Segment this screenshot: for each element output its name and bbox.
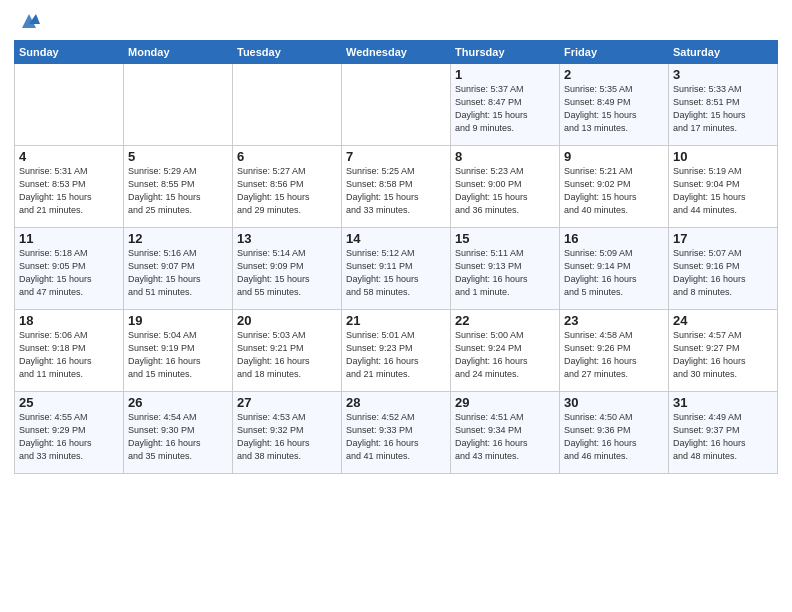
day-number: 7: [346, 149, 446, 164]
weekday-saturday: Saturday: [669, 41, 778, 64]
day-cell: 29Sunrise: 4:51 AM Sunset: 9:34 PM Dayli…: [451, 392, 560, 474]
day-cell: 31Sunrise: 4:49 AM Sunset: 9:37 PM Dayli…: [669, 392, 778, 474]
calendar-container: SundayMondayTuesdayWednesdayThursdayFrid…: [0, 0, 792, 484]
day-cell: 12Sunrise: 5:16 AM Sunset: 9:07 PM Dayli…: [124, 228, 233, 310]
day-number: 16: [564, 231, 664, 246]
day-number: 28: [346, 395, 446, 410]
day-number: 14: [346, 231, 446, 246]
day-info: Sunrise: 4:53 AM Sunset: 9:32 PM Dayligh…: [237, 411, 337, 463]
day-info: Sunrise: 5:09 AM Sunset: 9:14 PM Dayligh…: [564, 247, 664, 299]
day-info: Sunrise: 5:16 AM Sunset: 9:07 PM Dayligh…: [128, 247, 228, 299]
day-number: 11: [19, 231, 119, 246]
day-number: 8: [455, 149, 555, 164]
day-cell: 15Sunrise: 5:11 AM Sunset: 9:13 PM Dayli…: [451, 228, 560, 310]
day-info: Sunrise: 5:14 AM Sunset: 9:09 PM Dayligh…: [237, 247, 337, 299]
day-info: Sunrise: 5:07 AM Sunset: 9:16 PM Dayligh…: [673, 247, 773, 299]
day-cell: [342, 64, 451, 146]
day-number: 30: [564, 395, 664, 410]
day-number: 20: [237, 313, 337, 328]
day-number: 27: [237, 395, 337, 410]
day-cell: 6Sunrise: 5:27 AM Sunset: 8:56 PM Daylig…: [233, 146, 342, 228]
day-cell: 8Sunrise: 5:23 AM Sunset: 9:00 PM Daylig…: [451, 146, 560, 228]
day-info: Sunrise: 4:52 AM Sunset: 9:33 PM Dayligh…: [346, 411, 446, 463]
day-number: 6: [237, 149, 337, 164]
day-cell: 30Sunrise: 4:50 AM Sunset: 9:36 PM Dayli…: [560, 392, 669, 474]
weekday-header-row: SundayMondayTuesdayWednesdayThursdayFrid…: [15, 41, 778, 64]
day-info: Sunrise: 4:51 AM Sunset: 9:34 PM Dayligh…: [455, 411, 555, 463]
day-cell: 1Sunrise: 5:37 AM Sunset: 8:47 PM Daylig…: [451, 64, 560, 146]
day-info: Sunrise: 5:11 AM Sunset: 9:13 PM Dayligh…: [455, 247, 555, 299]
day-info: Sunrise: 5:37 AM Sunset: 8:47 PM Dayligh…: [455, 83, 555, 135]
day-info: Sunrise: 5:27 AM Sunset: 8:56 PM Dayligh…: [237, 165, 337, 217]
day-number: 22: [455, 313, 555, 328]
weekday-monday: Monday: [124, 41, 233, 64]
day-number: 10: [673, 149, 773, 164]
day-cell: 5Sunrise: 5:29 AM Sunset: 8:55 PM Daylig…: [124, 146, 233, 228]
weekday-sunday: Sunday: [15, 41, 124, 64]
day-cell: 3Sunrise: 5:33 AM Sunset: 8:51 PM Daylig…: [669, 64, 778, 146]
day-number: 25: [19, 395, 119, 410]
day-info: Sunrise: 5:18 AM Sunset: 9:05 PM Dayligh…: [19, 247, 119, 299]
day-info: Sunrise: 5:00 AM Sunset: 9:24 PM Dayligh…: [455, 329, 555, 381]
day-number: 26: [128, 395, 228, 410]
day-cell: 9Sunrise: 5:21 AM Sunset: 9:02 PM Daylig…: [560, 146, 669, 228]
day-number: 12: [128, 231, 228, 246]
day-cell: 26Sunrise: 4:54 AM Sunset: 9:30 PM Dayli…: [124, 392, 233, 474]
day-cell: [124, 64, 233, 146]
day-info: Sunrise: 5:19 AM Sunset: 9:04 PM Dayligh…: [673, 165, 773, 217]
day-info: Sunrise: 5:31 AM Sunset: 8:53 PM Dayligh…: [19, 165, 119, 217]
day-number: 5: [128, 149, 228, 164]
day-number: 1: [455, 67, 555, 82]
week-row-1: 1Sunrise: 5:37 AM Sunset: 8:47 PM Daylig…: [15, 64, 778, 146]
day-cell: 2Sunrise: 5:35 AM Sunset: 8:49 PM Daylig…: [560, 64, 669, 146]
day-cell: 18Sunrise: 5:06 AM Sunset: 9:18 PM Dayli…: [15, 310, 124, 392]
day-cell: 13Sunrise: 5:14 AM Sunset: 9:09 PM Dayli…: [233, 228, 342, 310]
day-info: Sunrise: 5:04 AM Sunset: 9:19 PM Dayligh…: [128, 329, 228, 381]
logo-icon: [18, 10, 40, 32]
day-cell: 19Sunrise: 5:04 AM Sunset: 9:19 PM Dayli…: [124, 310, 233, 392]
day-number: 21: [346, 313, 446, 328]
day-info: Sunrise: 5:25 AM Sunset: 8:58 PM Dayligh…: [346, 165, 446, 217]
day-number: 17: [673, 231, 773, 246]
day-number: 9: [564, 149, 664, 164]
day-cell: 22Sunrise: 5:00 AM Sunset: 9:24 PM Dayli…: [451, 310, 560, 392]
week-row-4: 18Sunrise: 5:06 AM Sunset: 9:18 PM Dayli…: [15, 310, 778, 392]
day-cell: 24Sunrise: 4:57 AM Sunset: 9:27 PM Dayli…: [669, 310, 778, 392]
weekday-friday: Friday: [560, 41, 669, 64]
calendar-table: SundayMondayTuesdayWednesdayThursdayFrid…: [14, 40, 778, 474]
day-info: Sunrise: 5:01 AM Sunset: 9:23 PM Dayligh…: [346, 329, 446, 381]
day-number: 29: [455, 395, 555, 410]
day-cell: 20Sunrise: 5:03 AM Sunset: 9:21 PM Dayli…: [233, 310, 342, 392]
day-cell: 7Sunrise: 5:25 AM Sunset: 8:58 PM Daylig…: [342, 146, 451, 228]
day-number: 18: [19, 313, 119, 328]
day-cell: [233, 64, 342, 146]
day-cell: 16Sunrise: 5:09 AM Sunset: 9:14 PM Dayli…: [560, 228, 669, 310]
day-info: Sunrise: 5:23 AM Sunset: 9:00 PM Dayligh…: [455, 165, 555, 217]
weekday-tuesday: Tuesday: [233, 41, 342, 64]
day-info: Sunrise: 5:12 AM Sunset: 9:11 PM Dayligh…: [346, 247, 446, 299]
day-info: Sunrise: 4:58 AM Sunset: 9:26 PM Dayligh…: [564, 329, 664, 381]
day-cell: 25Sunrise: 4:55 AM Sunset: 9:29 PM Dayli…: [15, 392, 124, 474]
header: [14, 10, 778, 32]
day-cell: 28Sunrise: 4:52 AM Sunset: 9:33 PM Dayli…: [342, 392, 451, 474]
day-number: 19: [128, 313, 228, 328]
day-number: 2: [564, 67, 664, 82]
day-info: Sunrise: 5:03 AM Sunset: 9:21 PM Dayligh…: [237, 329, 337, 381]
day-cell: 23Sunrise: 4:58 AM Sunset: 9:26 PM Dayli…: [560, 310, 669, 392]
day-info: Sunrise: 4:49 AM Sunset: 9:37 PM Dayligh…: [673, 411, 773, 463]
week-row-3: 11Sunrise: 5:18 AM Sunset: 9:05 PM Dayli…: [15, 228, 778, 310]
week-row-5: 25Sunrise: 4:55 AM Sunset: 9:29 PM Dayli…: [15, 392, 778, 474]
day-cell: 11Sunrise: 5:18 AM Sunset: 9:05 PM Dayli…: [15, 228, 124, 310]
day-cell: 21Sunrise: 5:01 AM Sunset: 9:23 PM Dayli…: [342, 310, 451, 392]
day-number: 15: [455, 231, 555, 246]
day-cell: 10Sunrise: 5:19 AM Sunset: 9:04 PM Dayli…: [669, 146, 778, 228]
day-number: 4: [19, 149, 119, 164]
day-number: 13: [237, 231, 337, 246]
day-number: 23: [564, 313, 664, 328]
day-info: Sunrise: 4:54 AM Sunset: 9:30 PM Dayligh…: [128, 411, 228, 463]
week-row-2: 4Sunrise: 5:31 AM Sunset: 8:53 PM Daylig…: [15, 146, 778, 228]
day-info: Sunrise: 4:55 AM Sunset: 9:29 PM Dayligh…: [19, 411, 119, 463]
day-info: Sunrise: 5:21 AM Sunset: 9:02 PM Dayligh…: [564, 165, 664, 217]
day-cell: 27Sunrise: 4:53 AM Sunset: 9:32 PM Dayli…: [233, 392, 342, 474]
day-info: Sunrise: 5:29 AM Sunset: 8:55 PM Dayligh…: [128, 165, 228, 217]
